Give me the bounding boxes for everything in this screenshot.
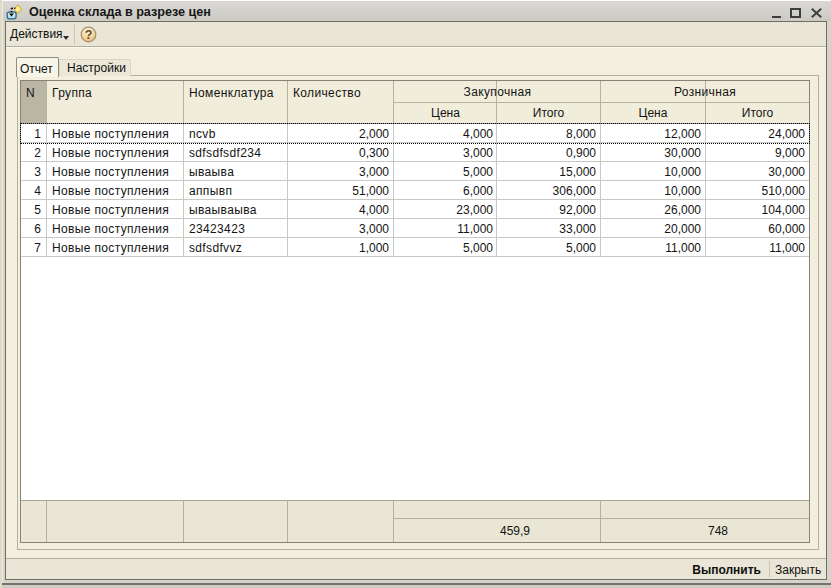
svg-text:?: ? xyxy=(85,28,93,42)
